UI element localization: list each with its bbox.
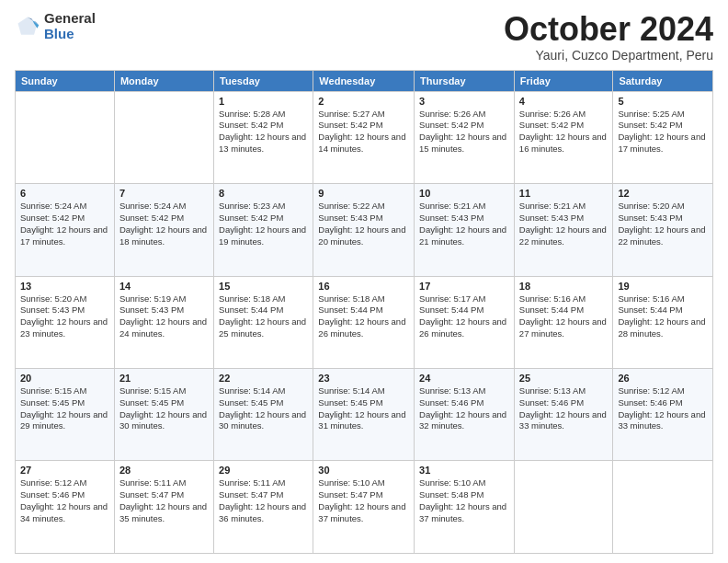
table-row: 9 Sunrise: 5:22 AMSunset: 5:43 PMDayligh… — [313, 184, 415, 276]
day-number: 9 — [318, 188, 409, 199]
day-number: 25 — [519, 373, 609, 384]
top-section: General Blue October 2024 Yauri, Cuzco D… — [15, 11, 713, 63]
col-wednesday: Wednesday — [313, 70, 415, 91]
day-info: Sunrise: 5:22 AMSunset: 5:43 PMDaylight:… — [318, 201, 405, 246]
day-info: Sunrise: 5:20 AMSunset: 5:43 PMDaylight:… — [618, 201, 705, 246]
table-row: 28 Sunrise: 5:11 AMSunset: 5:47 PMDaylig… — [114, 461, 213, 554]
day-info: Sunrise: 5:24 AMSunset: 5:42 PMDaylight:… — [20, 201, 108, 246]
day-info: Sunrise: 5:14 AMSunset: 5:45 PMDaylight:… — [219, 385, 306, 431]
table-row: 8 Sunrise: 5:23 AMSunset: 5:42 PMDayligh… — [214, 184, 313, 276]
day-info: Sunrise: 5:10 AMSunset: 5:47 PMDaylight:… — [318, 477, 405, 523]
day-number: 19 — [618, 281, 708, 292]
day-number: 5 — [618, 96, 708, 107]
table-row — [16, 91, 115, 183]
day-info: Sunrise: 5:12 AMSunset: 5:46 PMDaylight:… — [618, 385, 705, 431]
day-info: Sunrise: 5:18 AMSunset: 5:44 PMDaylight:… — [318, 293, 405, 339]
day-info: Sunrise: 5:26 AMSunset: 5:42 PMDaylight:… — [519, 109, 607, 154]
table-row: 5 Sunrise: 5:25 AMSunset: 5:42 PMDayligh… — [613, 91, 713, 183]
day-number: 7 — [119, 188, 209, 199]
day-number: 18 — [519, 281, 609, 292]
calendar-header-row: Sunday Monday Tuesday Wednesday Thursday… — [16, 70, 713, 91]
col-thursday: Thursday — [415, 70, 515, 91]
day-number: 16 — [318, 281, 409, 292]
table-row: 31 Sunrise: 5:10 AMSunset: 5:48 PMDaylig… — [415, 461, 515, 554]
day-number: 30 — [318, 465, 409, 476]
page: General Blue October 2024 Yauri, Cuzco D… — [0, 0, 728, 563]
table-row: 25 Sunrise: 5:13 AMSunset: 5:46 PMDaylig… — [514, 369, 613, 461]
day-number: 27 — [20, 465, 109, 476]
day-info: Sunrise: 5:24 AMSunset: 5:42 PMDaylight:… — [119, 201, 207, 246]
day-info: Sunrise: 5:11 AMSunset: 5:47 PMDaylight:… — [219, 477, 306, 523]
day-number: 14 — [119, 281, 209, 292]
table-row: 24 Sunrise: 5:13 AMSunset: 5:46 PMDaylig… — [415, 369, 515, 461]
day-number: 31 — [419, 465, 509, 476]
day-number: 2 — [318, 96, 409, 107]
table-row: 12 Sunrise: 5:20 AMSunset: 5:43 PMDaylig… — [613, 184, 713, 276]
day-info: Sunrise: 5:15 AMSunset: 5:45 PMDaylight:… — [20, 385, 108, 431]
table-row — [613, 461, 713, 554]
table-row: 3 Sunrise: 5:26 AMSunset: 5:42 PMDayligh… — [415, 91, 515, 183]
logo-icon — [15, 14, 40, 40]
logo: General Blue — [15, 11, 96, 41]
day-number: 24 — [419, 373, 509, 384]
table-row: 14 Sunrise: 5:19 AMSunset: 5:43 PMDaylig… — [114, 276, 213, 368]
table-row: 29 Sunrise: 5:11 AMSunset: 5:47 PMDaylig… — [214, 461, 313, 554]
day-number: 29 — [219, 465, 308, 476]
day-info: Sunrise: 5:19 AMSunset: 5:43 PMDaylight:… — [119, 293, 207, 339]
table-row — [114, 91, 213, 183]
logo-blue: Blue — [44, 27, 96, 42]
month-title: October 2024 — [504, 11, 713, 48]
table-row: 27 Sunrise: 5:12 AMSunset: 5:46 PMDaylig… — [16, 461, 115, 554]
table-row: 7 Sunrise: 5:24 AMSunset: 5:42 PMDayligh… — [114, 184, 213, 276]
table-row: 10 Sunrise: 5:21 AMSunset: 5:43 PMDaylig… — [415, 184, 515, 276]
table-row: 11 Sunrise: 5:21 AMSunset: 5:43 PMDaylig… — [514, 184, 613, 276]
day-info: Sunrise: 5:17 AMSunset: 5:44 PMDaylight:… — [419, 293, 506, 339]
day-info: Sunrise: 5:27 AMSunset: 5:42 PMDaylight:… — [318, 109, 405, 154]
col-saturday: Saturday — [613, 70, 713, 91]
logo-general: General — [44, 11, 96, 27]
table-row: 18 Sunrise: 5:16 AMSunset: 5:44 PMDaylig… — [514, 276, 613, 368]
day-number: 6 — [20, 188, 109, 199]
logo-text: General Blue — [44, 11, 96, 41]
svg-marker-0 — [18, 17, 38, 34]
col-tuesday: Tuesday — [214, 70, 313, 91]
table-row: 17 Sunrise: 5:17 AMSunset: 5:44 PMDaylig… — [415, 276, 515, 368]
table-row — [514, 461, 613, 554]
day-number: 13 — [20, 281, 109, 292]
table-row: 15 Sunrise: 5:18 AMSunset: 5:44 PMDaylig… — [214, 276, 313, 368]
title-section: October 2024 Yauri, Cuzco Department, Pe… — [504, 11, 713, 63]
day-number: 4 — [519, 96, 609, 107]
table-row: 1 Sunrise: 5:28 AMSunset: 5:42 PMDayligh… — [214, 91, 313, 183]
day-number: 17 — [419, 281, 509, 292]
day-info: Sunrise: 5:18 AMSunset: 5:44 PMDaylight:… — [219, 293, 306, 339]
table-row: 26 Sunrise: 5:12 AMSunset: 5:46 PMDaylig… — [613, 369, 713, 461]
day-info: Sunrise: 5:21 AMSunset: 5:43 PMDaylight:… — [419, 201, 506, 246]
table-row: 19 Sunrise: 5:16 AMSunset: 5:44 PMDaylig… — [613, 276, 713, 368]
table-row: 23 Sunrise: 5:14 AMSunset: 5:45 PMDaylig… — [313, 369, 415, 461]
day-number: 11 — [519, 188, 609, 199]
day-number: 23 — [318, 373, 409, 384]
day-number: 10 — [419, 188, 509, 199]
day-number: 3 — [419, 96, 509, 107]
table-row: 4 Sunrise: 5:26 AMSunset: 5:42 PMDayligh… — [514, 91, 613, 183]
day-info: Sunrise: 5:14 AMSunset: 5:45 PMDaylight:… — [318, 385, 405, 431]
day-number: 22 — [219, 373, 308, 384]
table-row: 16 Sunrise: 5:18 AMSunset: 5:44 PMDaylig… — [313, 276, 415, 368]
table-row: 6 Sunrise: 5:24 AMSunset: 5:42 PMDayligh… — [16, 184, 115, 276]
col-friday: Friday — [514, 70, 613, 91]
day-info: Sunrise: 5:13 AMSunset: 5:46 PMDaylight:… — [419, 385, 506, 431]
table-row: 21 Sunrise: 5:15 AMSunset: 5:45 PMDaylig… — [114, 369, 213, 461]
day-info: Sunrise: 5:26 AMSunset: 5:42 PMDaylight:… — [419, 109, 506, 154]
day-info: Sunrise: 5:16 AMSunset: 5:44 PMDaylight:… — [618, 293, 705, 339]
day-info: Sunrise: 5:20 AMSunset: 5:43 PMDaylight:… — [20, 293, 108, 339]
table-row: 20 Sunrise: 5:15 AMSunset: 5:45 PMDaylig… — [16, 369, 115, 461]
day-info: Sunrise: 5:15 AMSunset: 5:45 PMDaylight:… — [119, 385, 207, 431]
table-row: 2 Sunrise: 5:27 AMSunset: 5:42 PMDayligh… — [313, 91, 415, 183]
table-row: 13 Sunrise: 5:20 AMSunset: 5:43 PMDaylig… — [16, 276, 115, 368]
day-info: Sunrise: 5:23 AMSunset: 5:42 PMDaylight:… — [219, 201, 306, 246]
day-info: Sunrise: 5:21 AMSunset: 5:43 PMDaylight:… — [519, 201, 607, 246]
day-info: Sunrise: 5:25 AMSunset: 5:42 PMDaylight:… — [618, 109, 705, 154]
day-number: 20 — [20, 373, 109, 384]
day-info: Sunrise: 5:12 AMSunset: 5:46 PMDaylight:… — [20, 477, 108, 523]
col-sunday: Sunday — [16, 70, 115, 91]
